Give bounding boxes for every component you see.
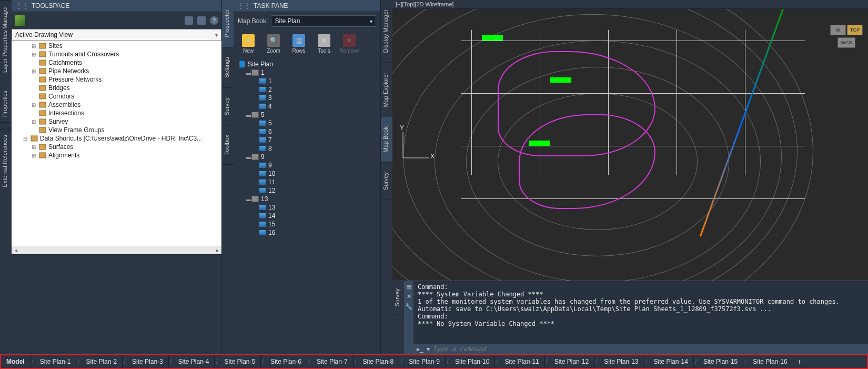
add-layout-button[interactable]: + [793, 355, 806, 368]
prospector-tree[interactable]: ⊞Sites⊞Turnouts and CrossoversCatchments… [12, 41, 221, 246]
tree-item[interactable]: Corridors [12, 92, 221, 101]
command-recent-icon[interactable]: ▤ [406, 283, 411, 290]
layout-tab[interactable]: Site Plan-16 [748, 355, 793, 368]
mapbook-page[interactable]: 5 [238, 119, 376, 127]
drag-grip-icon[interactable]: ⋮⋮ [16, 2, 28, 9]
mapbook-group[interactable]: ▬9 [238, 153, 376, 161]
mapbook-page[interactable]: 8 [238, 144, 376, 153]
toolbox-side-tab[interactable]: Toolbox [222, 125, 234, 165]
mapbook-page[interactable]: 3 [238, 94, 376, 102]
mapbook-page[interactable]: 11 [238, 178, 376, 186]
command-history[interactable]: Command: **** System Variable Changed **… [413, 281, 868, 344]
expand-icon[interactable]: ⊞ [31, 52, 37, 57]
viewcube[interactable]: W TOP WCS [830, 25, 863, 48]
survey-side-tab[interactable]: Survey [222, 88, 234, 125]
mapbook-tree[interactable]: 📘Site Plan▬11234▬55678▬99101112▬13131415… [234, 58, 380, 354]
layout-tab[interactable]: Site Plan-14 [649, 355, 694, 368]
mapbook-page[interactable]: 4 [238, 102, 376, 111]
list-view-icon[interactable] [197, 16, 206, 25]
command-customize-icon[interactable]: 🔧 [405, 303, 412, 310]
tools-button[interactable]: ✖Tools [312, 32, 336, 56]
expand-icon[interactable]: ⊟ [22, 136, 28, 142]
tree-item[interactable]: ⊞Turnouts and Crossovers [12, 50, 221, 58]
layout-tab[interactable]: Site Plan-10 [450, 355, 495, 368]
mapbook-page[interactable]: 10 [238, 169, 376, 178]
model-tab[interactable]: Model [1, 355, 31, 368]
collapse-icon[interactable]: ▬ [245, 70, 251, 76]
expand-icon[interactable]: ⊞ [31, 43, 37, 49]
tree-item[interactable]: Bridges [12, 84, 221, 92]
mapbook-page[interactable]: 2 [238, 85, 376, 94]
mapbook-page[interactable]: 6 [238, 127, 376, 136]
mapbook-page[interactable]: 13 [238, 203, 376, 212]
tree-item[interactable]: ⊞Alignments [12, 151, 221, 159]
new-button[interactable]: ✦New [237, 32, 260, 56]
expand-icon[interactable]: ⊞ [31, 119, 37, 125]
prospector-side-tab[interactable]: Prospector [222, 0, 234, 47]
command-dropdown-icon[interactable]: ▾ [427, 345, 430, 353]
mapbook-page[interactable]: 12 [238, 186, 376, 195]
tree-horizontal-scrollbar[interactable]: ◂ ▸ [12, 246, 221, 254]
collapse-icon[interactable]: ▬ [245, 154, 251, 160]
tree-item[interactable]: ⊞Survey [12, 117, 221, 126]
layout-tab[interactable]: Site Plan-1 [35, 355, 77, 368]
command-input[interactable] [433, 345, 865, 353]
command-close-icon[interactable]: ✕ [407, 293, 411, 300]
viewport-controls-label[interactable]: [−][Top][2D Wireframe] [392, 0, 868, 9]
layout-tab[interactable]: Site Plan-6 [265, 355, 307, 368]
expand-icon[interactable]: ⊞ [31, 102, 37, 108]
viewcube-wcs[interactable]: WCS [837, 37, 855, 48]
layout-tab[interactable]: Site Plan-11 [499, 355, 544, 368]
active-drawing-view-dropdown[interactable]: Active Drawing View ▾ [12, 29, 221, 41]
task-survey-side-tab[interactable]: Survey [381, 163, 392, 200]
mapbook-page[interactable]: 16 [238, 228, 376, 237]
tree-item[interactable]: Catchments [12, 58, 221, 67]
mapbook-group[interactable]: ▬1 [238, 68, 376, 77]
scroll-left-arrow-icon[interactable]: ◂ [12, 247, 20, 253]
tree-item[interactable]: View Frame Groups [12, 126, 221, 134]
help-icon[interactable]: ? [210, 16, 218, 25]
tree-item[interactable]: Intersections [12, 109, 221, 117]
layout-tab[interactable]: Site Plan-7 [311, 355, 354, 368]
tree-view-icon[interactable] [185, 16, 193, 25]
mapbook-select[interactable]: Site Plan ▾ [271, 15, 376, 27]
layout-tab[interactable]: Site Plan-12 [549, 355, 594, 368]
mapbook-root[interactable]: 📘Site Plan [238, 60, 376, 68]
mapbook-page[interactable]: 7 [238, 136, 376, 144]
layout-tab[interactable]: Site Plan-15 [698, 355, 743, 368]
layout-tab[interactable]: Site Plan-9 [403, 355, 446, 368]
mapbook-group[interactable]: ▬13 [238, 195, 376, 203]
scroll-right-arrow-icon[interactable]: ▸ [213, 247, 221, 253]
layout-tab[interactable]: Site Plan-3 [127, 355, 169, 368]
tree-item[interactable]: ⊞Assemblies [12, 101, 221, 109]
mapbook-page[interactable]: 15 [238, 220, 376, 228]
viewcube-top[interactable]: TOP [847, 25, 863, 35]
tree-item[interactable]: Pressure Networks [12, 75, 221, 84]
expand-icon[interactable]: ⊞ [31, 68, 37, 74]
rows-button[interactable]: ▤Rows [287, 32, 310, 56]
civil3d-leaf-icon[interactable] [15, 15, 25, 26]
collapse-icon[interactable]: ▬ [245, 196, 251, 202]
map-explorer-side-tab[interactable]: Map Explorer [381, 63, 392, 117]
map-book-side-tab[interactable]: Map Book [381, 117, 392, 163]
mapbook-page[interactable]: 1 [238, 77, 376, 85]
tree-item[interactable]: ⊞Surfaces [12, 143, 221, 151]
mapbook-group[interactable]: ▬5 [238, 111, 376, 119]
expand-icon[interactable]: ⊞ [31, 144, 37, 150]
cmd-survey-side-tab[interactable]: Survey [392, 281, 404, 314]
layout-tab[interactable]: Site Plan-4 [173, 355, 215, 368]
layer-properties-tab[interactable]: Layer Properties Manager [0, 0, 12, 78]
layout-tab[interactable]: Site Plan-2 [80, 355, 123, 368]
display-manager-side-tab[interactable]: Display Manager [381, 0, 392, 63]
mapbook-page[interactable]: 14 [238, 212, 376, 220]
expand-icon[interactable]: ⊞ [31, 153, 37, 158]
tree-item[interactable]: ⊞Pipe Networks [12, 67, 221, 75]
layout-tab[interactable]: Site Plan-8 [358, 355, 400, 368]
settings-side-tab[interactable]: Settings [222, 47, 234, 88]
drag-grip-icon[interactable]: ⋮⋮ [238, 2, 250, 9]
tree-item[interactable]: ⊟Data Shortcuts [C:\Users\swalz\OneDrive… [12, 134, 221, 143]
drawing-canvas[interactable]: Y X W TOP WCS [392, 9, 868, 281]
collapse-icon[interactable]: ▬ [245, 112, 251, 118]
mapbook-page[interactable]: 9 [238, 161, 376, 169]
zoom-button[interactable]: 🔍Zoom [262, 32, 285, 56]
